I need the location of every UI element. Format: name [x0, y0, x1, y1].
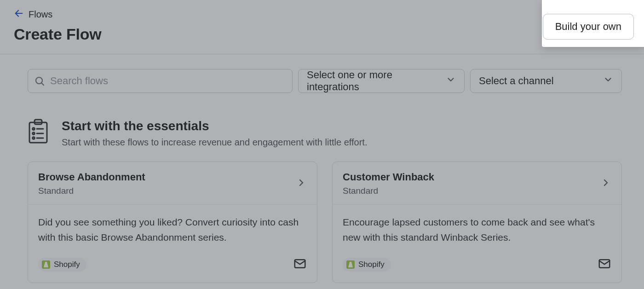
chevron-right-icon — [296, 177, 307, 190]
back-link-label: Flows — [29, 9, 52, 20]
card-description: Did you see something you liked? Convert… — [38, 215, 307, 245]
search-icon — [34, 75, 45, 88]
integration-chip: Shopify — [38, 258, 86, 272]
mail-icon — [293, 257, 307, 272]
channel-select[interactable]: Select a channel — [470, 69, 622, 93]
essentials-header: Start with the essentials Start with the… — [62, 119, 367, 148]
essentials-subheading: Start with these flows to increase reven… — [62, 137, 367, 148]
search-input[interactable] — [28, 69, 293, 93]
card-body: Did you see something you liked? Convert… — [28, 205, 317, 283]
page-header: Flows Create Flow Build your own — [0, 0, 644, 54]
arrow-left-icon — [14, 8, 24, 21]
card-tier: Standard — [343, 186, 434, 196]
back-link[interactable]: Flows — [14, 8, 52, 21]
search-input-wrap — [28, 69, 293, 93]
card-tier: Standard — [38, 186, 145, 196]
integrations-select-label: Select one or more integrations — [307, 69, 446, 93]
card-header: Browse Abandonment Standard — [28, 162, 317, 205]
flow-card-customer-winback[interactable]: Customer Winback Standard Encourage laps… — [332, 162, 622, 283]
svg-line-2 — [41, 83, 44, 85]
shopify-icon — [42, 260, 50, 269]
card-footer: Shopify — [38, 257, 307, 272]
card-description: Encourage lapsed customers to come back … — [343, 215, 611, 245]
integration-chip: Shopify — [343, 258, 391, 272]
card-header: Customer Winback Standard — [333, 162, 621, 205]
svg-point-5 — [33, 128, 34, 130]
mail-icon — [598, 257, 611, 272]
chevron-right-icon — [600, 177, 611, 190]
integration-label: Shopify — [54, 260, 80, 269]
main-content: Select one or more integrations Select a… — [0, 54, 644, 283]
essentials-section: Start with the essentials Start with the… — [28, 119, 634, 148]
cards-row: Browse Abandonment Standard Did you see … — [28, 162, 634, 283]
card-title: Browse Abandonment — [38, 171, 145, 183]
integrations-select[interactable]: Select one or more integrations — [298, 69, 465, 93]
card-footer: Shopify — [343, 257, 611, 272]
clipboard-icon — [28, 119, 49, 146]
build-your-own-button[interactable]: Build your own — [543, 14, 634, 40]
svg-point-7 — [33, 133, 34, 134]
card-body: Encourage lapsed customers to come back … — [333, 205, 621, 283]
filters-row: Select one or more integrations Select a… — [28, 69, 634, 93]
svg-point-9 — [33, 137, 34, 139]
integration-label: Shopify — [358, 260, 385, 269]
channel-select-label: Select a channel — [479, 75, 554, 87]
page-title: Create Flow — [14, 25, 630, 43]
flow-card-browse-abandonment[interactable]: Browse Abandonment Standard Did you see … — [28, 162, 317, 283]
chevron-down-icon — [603, 75, 613, 87]
shopify-icon — [346, 260, 355, 269]
svg-rect-3 — [29, 122, 47, 143]
essentials-heading: Start with the essentials — [62, 119, 367, 133]
card-title: Customer Winback — [343, 171, 434, 183]
chevron-down-icon — [446, 75, 456, 87]
